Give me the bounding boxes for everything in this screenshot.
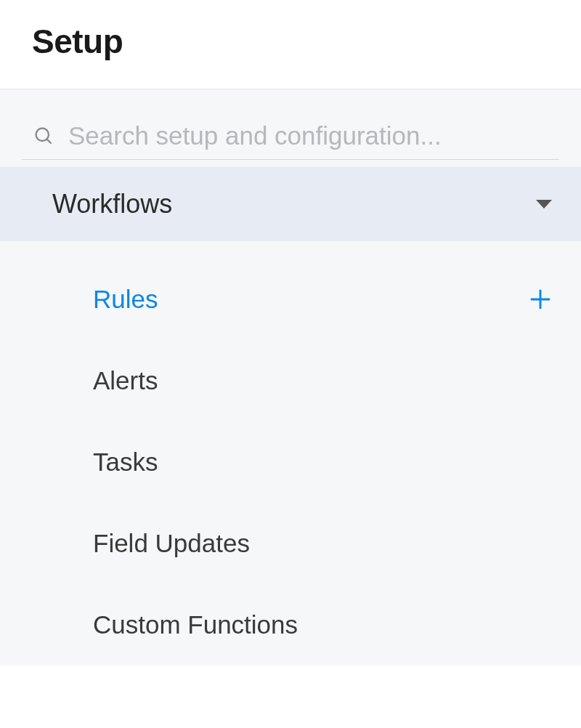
menu-item-tasks[interactable]: Tasks xyxy=(0,421,581,503)
search-icon xyxy=(33,126,54,146)
search-section xyxy=(0,89,581,167)
plus-icon[interactable] xyxy=(529,288,552,311)
menu-item-label: Alerts xyxy=(93,366,158,395)
page-title: Setup xyxy=(32,22,549,61)
section-header-label: Workflows xyxy=(52,189,172,219)
svg-point-0 xyxy=(36,129,49,142)
menu-item-label: Field Updates xyxy=(93,529,250,558)
page-header: Setup xyxy=(0,0,581,89)
menu-item-custom-functions[interactable]: Custom Functions xyxy=(0,584,581,666)
menu-item-label: Rules xyxy=(93,285,158,314)
search-input[interactable] xyxy=(68,121,548,150)
menu-item-rules[interactable]: Rules xyxy=(0,259,581,340)
menu-list: Rules Alerts Tasks Field Updates Custom … xyxy=(0,241,581,666)
menu-item-field-updates[interactable]: Field Updates xyxy=(0,503,581,584)
menu-item-label: Custom Functions xyxy=(93,610,298,639)
section-header-workflows[interactable]: Workflows xyxy=(0,167,581,241)
search-wrapper[interactable] xyxy=(22,113,559,160)
menu-item-label: Tasks xyxy=(93,448,158,477)
menu-item-alerts[interactable]: Alerts xyxy=(0,340,581,421)
caret-down-icon xyxy=(536,200,552,209)
svg-line-1 xyxy=(47,139,52,144)
